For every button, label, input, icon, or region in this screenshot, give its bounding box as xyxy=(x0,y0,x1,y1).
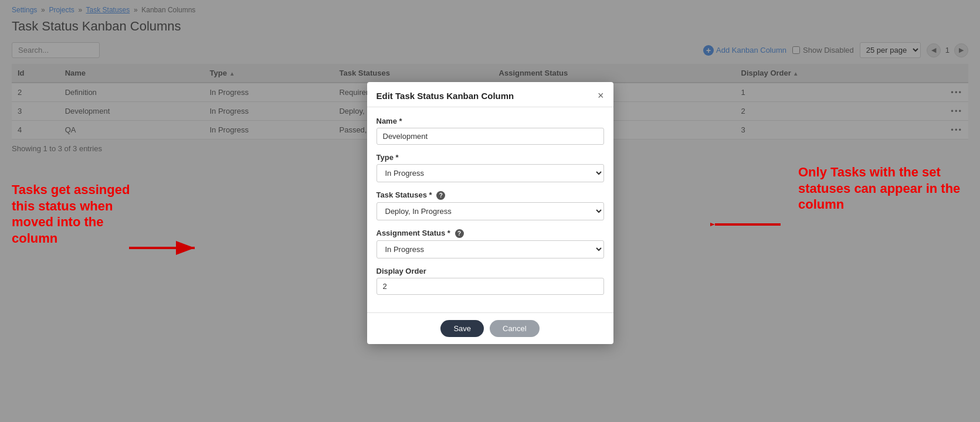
name-field-group: Name * xyxy=(377,117,604,145)
modal-overlay: Tasks get assinged this status when move… xyxy=(0,0,980,422)
type-label: Type * xyxy=(377,153,604,162)
task-statuses-field-group: Task Statuses * ? Deploy, In Progress xyxy=(377,190,604,220)
assignment-status-select[interactable]: In Progress Done Backlog xyxy=(377,240,604,258)
type-field-group: Type * In Progress Done Backlog xyxy=(377,153,604,182)
display-order-field-group: Display Order xyxy=(377,267,604,295)
assignment-status-field-group: Assignment Status * ? In Progress Done B… xyxy=(377,229,604,258)
modal-footer: Save Cancel xyxy=(367,312,613,344)
modal-title: Edit Task Status Kanban Column xyxy=(377,91,514,101)
assignment-status-label: Assignment Status * ? xyxy=(377,229,604,238)
cancel-button[interactable]: Cancel xyxy=(490,320,539,337)
modal-header: Edit Task Status Kanban Column × xyxy=(367,82,613,107)
annotation-right: Only Tasks with the set statuses can app… xyxy=(798,164,962,213)
modal-body: Name * Type * In Progress Done Backlog xyxy=(367,107,613,312)
assignment-status-help-icon[interactable]: ? xyxy=(455,229,464,238)
name-label: Name * xyxy=(377,117,604,125)
task-statuses-select[interactable]: Deploy, In Progress xyxy=(377,202,604,220)
arrow-left-icon xyxy=(129,239,199,258)
save-button[interactable]: Save xyxy=(440,320,484,337)
modal-close-button[interactable]: × xyxy=(598,90,604,101)
display-order-input[interactable] xyxy=(377,278,604,295)
type-select[interactable]: In Progress Done Backlog xyxy=(377,164,604,182)
task-statuses-label: Task Statuses * ? xyxy=(377,190,604,200)
edit-modal: Edit Task Status Kanban Column × Name * … xyxy=(367,82,613,344)
task-statuses-help-icon[interactable]: ? xyxy=(436,191,445,200)
display-order-label: Display Order xyxy=(377,267,604,275)
annotation-left: Tasks get assinged this status when move… xyxy=(12,182,141,246)
arrow-right-icon xyxy=(710,216,781,235)
name-input[interactable] xyxy=(377,128,604,145)
